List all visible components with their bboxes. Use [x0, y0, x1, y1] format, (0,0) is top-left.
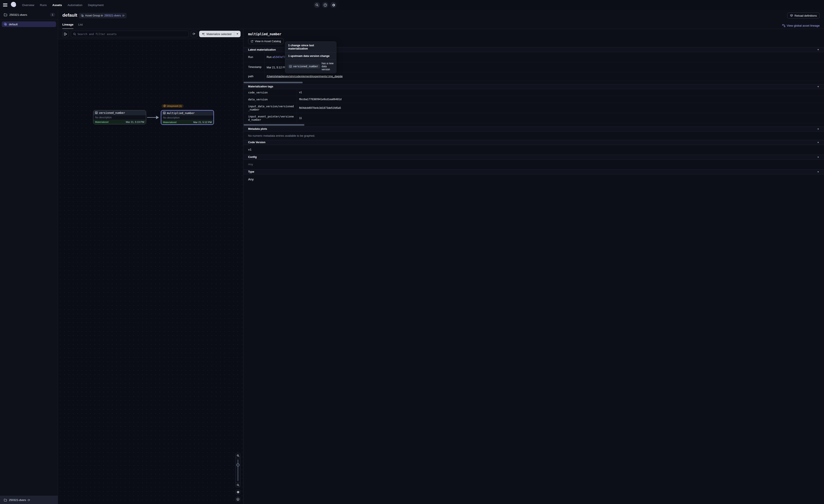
- node-unsynced-badge[interactable]: Unsynced (1): [162, 104, 184, 108]
- popover-title: 1 change since last materialization: [285, 41, 336, 52]
- nav-item-assets[interactable]: Assets: [53, 3, 62, 7]
- table-icon: [289, 65, 292, 68]
- node-timestamp: Mar 21, 5:12 PM: [193, 121, 212, 124]
- table-row: input_data_version/versioned_number fb04…: [243, 103, 339, 113]
- lineage-edge-arrow: [146, 115, 159, 120]
- materialize-dropdown-caret[interactable]: [234, 33, 240, 35]
- svg-text:?: ?: [325, 4, 326, 6]
- node-timestamp: Mar 21, 5:19 PM: [126, 121, 144, 123]
- section-config: Config ▼: [243, 155, 339, 160]
- folder-icon: [4, 13, 7, 16]
- table-icon: [163, 112, 166, 114]
- section-heading: Metadata plots: [248, 127, 267, 130]
- external-link-icon: [251, 40, 253, 43]
- path-label: path: [243, 72, 264, 81]
- top-nav: Overview Runs Assets Automation Deployme…: [0, 0, 339, 10]
- sidebar-group-row[interactable]: 250321-dvers 1: [0, 10, 58, 19]
- horizontal-scrollbar[interactable]: [243, 82, 303, 83]
- refresh-icon[interactable]: ⟳: [122, 14, 124, 17]
- asset-groups-sidebar: 250321-dvers 1 default 250321-dvers ⟳: [0, 10, 58, 208]
- tag-key: data_version: [243, 96, 297, 103]
- chevron-down-icon: [236, 33, 238, 35]
- badge-group-link[interactable]: 250321-dvers: [104, 14, 121, 17]
- section-heading: Config: [248, 155, 257, 158]
- sidebar-item-label: default: [9, 23, 18, 26]
- asset-node-versioned-number[interactable]: versioned_number No description Material…: [93, 110, 146, 124]
- tag-value: v1: [297, 89, 339, 96]
- nav-item-automation[interactable]: Automation: [68, 3, 82, 7]
- tab-list[interactable]: List: [78, 22, 83, 29]
- node-name: versioned_number: [99, 111, 125, 114]
- nav-items: Overview Runs Assets Automation Deployme…: [22, 3, 103, 7]
- asset-chip-label: versioned_number: [293, 65, 318, 68]
- help-button[interactable]: ?: [322, 2, 328, 8]
- table-icon: [95, 111, 98, 114]
- node-status: Materialized: [95, 121, 108, 123]
- tag-value: 11: [297, 113, 339, 123]
- refresh-icon: ⟳: [193, 32, 196, 36]
- unsynced-label: Unsynced (1): [167, 105, 182, 107]
- section-heading: Code Version: [248, 141, 266, 144]
- lineage-graph-canvas[interactable]: Unsynced (1) versioned_number No descrip…: [58, 39, 243, 208]
- popover-message: has a new data version: [322, 62, 334, 71]
- nav-item-overview[interactable]: Overview: [22, 3, 34, 7]
- asset-node-multiplied-number[interactable]: multiplied_number No description Materia…: [161, 110, 214, 125]
- asset-group-badge: Asset Group in 250321-dvers ⟳: [79, 13, 127, 18]
- asset-search-box: [71, 31, 189, 37]
- sync-icon: [164, 105, 166, 107]
- section-metadata-plots: Metadata plots ▼: [243, 127, 339, 132]
- settings-button[interactable]: [330, 2, 336, 8]
- dagster-logo[interactable]: [10, 1, 17, 9]
- path-link[interactable]: /Users/smackesey/stm/code/elementl/exper…: [267, 75, 340, 78]
- tag-key: input_event_pointer/versioned_number: [243, 113, 297, 123]
- nav-item-deployment[interactable]: Deployment: [88, 3, 103, 7]
- tag-key: code_version: [243, 89, 297, 96]
- section-heading: Materialization tags: [248, 85, 273, 88]
- tab-lineage[interactable]: Lineage: [62, 22, 73, 29]
- search-input[interactable]: [78, 32, 186, 36]
- table-row: input_event_pointer/versioned_number 11: [243, 113, 339, 123]
- materialize-sparkle-icon: [202, 32, 205, 36]
- panel-expand-icon: [64, 33, 67, 35]
- run-id-link[interactable]: a5347ef7: [272, 55, 285, 58]
- section-materialization-tags: Materialization tags ▼: [243, 84, 339, 89]
- run-label: Run: [243, 52, 264, 62]
- refresh-graph-button[interactable]: ⟳: [191, 31, 197, 37]
- expand-panel-button[interactable]: [62, 31, 69, 37]
- gear-icon: [332, 3, 335, 7]
- table-row: data_version f6ccba1776380941e9cd1ea6648…: [243, 96, 339, 103]
- tag-value: fb04dcb6970e4c3d1873de51fd5a5: [297, 103, 339, 113]
- materialization-tags-table: code_version v1 data_version f6ccba17763…: [243, 89, 339, 123]
- search-button[interactable]: [314, 2, 320, 8]
- asset-chip[interactable]: versioned_number: [288, 64, 320, 69]
- section-heading: Latest materialization: [248, 48, 276, 51]
- search-icon: [315, 3, 318, 6]
- popover-subtitle: 1 upstream data version change: [285, 52, 336, 60]
- horizontal-scrollbar[interactable]: [243, 124, 304, 126]
- materialize-selected-button[interactable]: Materialize selected: [199, 31, 240, 37]
- view-in-catalog-label: View in Asset Catalog: [255, 40, 281, 43]
- view-in-asset-catalog-button[interactable]: View in Asset Catalog: [248, 38, 284, 44]
- tag-key: input_data_version/versioned_number: [243, 103, 297, 113]
- sidebar-group-count: 1: [50, 13, 55, 17]
- changes-popover: 1 change since last materialization 1 up…: [285, 41, 336, 73]
- page-title: default: [62, 13, 77, 18]
- table-row: path /Users/smackesey/stm/code/elementl/…: [243, 72, 339, 81]
- node-description: No description: [161, 115, 213, 120]
- asset-title: multiplied_number: [243, 29, 339, 36]
- node-description: No description: [93, 115, 146, 120]
- sidebar-item-default[interactable]: default: [2, 21, 56, 27]
- timestamp-value: Mar 21, 5:12 PM: [267, 66, 287, 69]
- help-icon: ?: [324, 3, 327, 7]
- run-prefix: Run: [267, 55, 272, 58]
- view-tabs: Lineage List: [62, 22, 83, 29]
- badge-prefix: Asset Group in: [85, 14, 103, 17]
- lineage-toolbar: ⟳ Materialize selected: [58, 29, 243, 39]
- section-code-version: Code Version ▼: [243, 140, 339, 145]
- asset-details-panel: multiplied_number View in Asset Catalog …: [243, 29, 339, 208]
- timestamp-label: Timestamp: [243, 62, 264, 72]
- hamburger-menu-icon[interactable]: [3, 3, 7, 6]
- type-value: Any: [243, 174, 339, 184]
- popover-detail-row: versioned_number has a new data version: [285, 60, 336, 73]
- nav-item-runs[interactable]: Runs: [40, 3, 47, 7]
